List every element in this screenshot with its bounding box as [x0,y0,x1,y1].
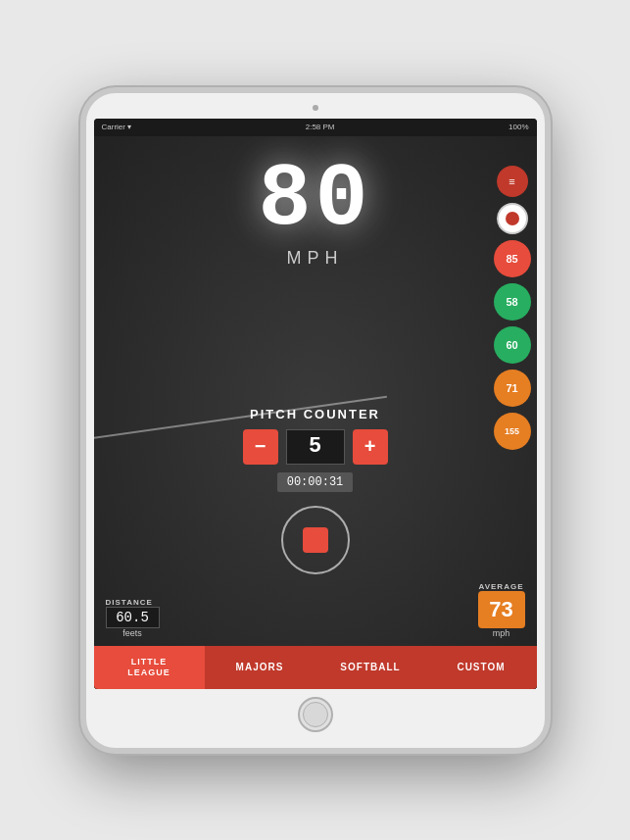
speed-unit: MPH [94,248,537,269]
screen: Carrier ▾ 2:58 PM 100% 80 MPH ≡ 85 [94,119,537,689]
record-dot-icon [506,212,519,225]
tab-softball[interactable]: SOFTBALL [315,646,426,689]
tab-little-league[interactable]: LITTLE LEAGUE [94,646,205,689]
menu-button[interactable]: ≡ [497,166,528,197]
speed-badge-58[interactable]: 58 [494,283,531,321]
speed-badge-71[interactable]: 71 [494,370,531,407]
distance-unit: feets [106,628,160,638]
speed-badge-85[interactable]: 85 [494,240,531,277]
record-button-area [281,506,350,574]
record-button-top[interactable] [497,203,528,234]
record-circle-button[interactable] [281,506,350,574]
speed-value: 80 [94,156,537,244]
tablet-frame: Carrier ▾ 2:58 PM 100% 80 MPH ≡ 85 [80,87,551,754]
speed-badge-60[interactable]: 60 [494,326,531,364]
status-bar: Carrier ▾ 2:58 PM 100% [94,119,537,136]
tab-custom[interactable]: CUSTOM [426,646,537,689]
home-button[interactable] [298,697,333,732]
increment-button[interactable]: + [353,429,388,465]
distance-label: DISTANCE [106,598,160,607]
tab-majors[interactable]: MAJORS [205,646,315,689]
battery-text: 100% [509,123,528,131]
tablet-camera [313,105,318,111]
pitch-counter-label: PITCH COUNTER [250,407,380,421]
average-section: AVERAGE 73 mph [478,582,525,638]
pitch-counter-controls: − 5 + [243,429,388,465]
average-display: 73 [478,591,525,628]
time-text: 2:58 PM [306,123,335,131]
average-unit: mph [493,628,510,638]
distance-section: DISTANCE 60.5 feets [106,598,160,638]
decrement-button[interactable]: − [243,429,278,465]
carrier-text: Carrier ▾ [102,123,132,131]
screen-content: 80 MPH ≡ 85 58 60 [94,136,537,689]
speed-section: 80 MPH [94,136,537,269]
stop-icon [303,527,328,553]
home-button-inner [303,702,328,727]
distance-display: 60.5 [106,607,160,628]
pitch-count-display: 5 [286,429,345,465]
timer-display: 00:00:31 [277,472,354,492]
average-label: AVERAGE [479,582,524,591]
tab-bar: LITTLE LEAGUE MAJORS SOFTBALL CUSTOM [94,646,537,689]
middle-section: PITCH COUNTER − 5 + 00:00:31 [94,407,537,582]
menu-icon: ≡ [509,175,514,187]
bottom-info: DISTANCE 60.5 feets AVERAGE 73 mph [94,582,537,646]
